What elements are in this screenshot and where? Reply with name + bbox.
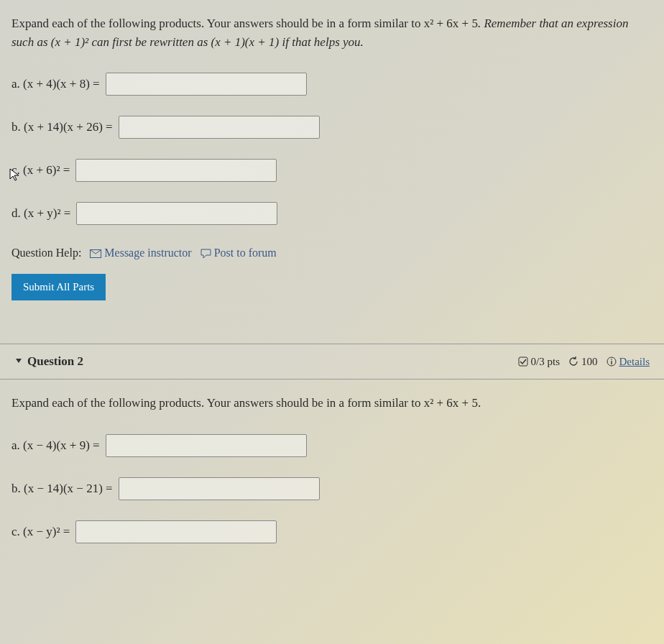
question-help-row: Question Help: Message instructor Post t… (11, 247, 653, 259)
problem-c: c. (x + 6)² = (11, 159, 653, 182)
post-forum-link[interactable]: Post to forum (200, 247, 277, 259)
question-2-header: Question 2 0/3 pts 100 Details (0, 344, 664, 380)
problem-d-label: d. (x + y)² = (11, 206, 70, 221)
instructions-text: can first be rewritten as (88, 35, 211, 49)
question-2-content: Expand each of the following products. Y… (0, 380, 664, 578)
problem-a-label: a. (x + 4)(x + 8) = (11, 77, 100, 91)
svg-rect-1 (519, 357, 527, 366)
problem-a: a. (x + 4)(x + 8) = (11, 73, 653, 96)
problem-b-label: b. (x + 14)(x + 26) = (11, 120, 113, 134)
problem-2b: b. (x − 14)(x − 21) = (11, 477, 653, 500)
cursor-icon (9, 167, 22, 187)
check-icon (518, 356, 528, 367)
question-2-title[interactable]: Question 2 (14, 354, 83, 369)
retries-display: 100 (568, 356, 598, 368)
submit-all-parts-button[interactable]: Submit All Parts (11, 274, 106, 300)
svg-rect-4 (611, 361, 612, 364)
example-expression: (x + 1)(x + 1) (211, 35, 280, 49)
problem-2a-label: a. (x − 4)(x + 9) = (11, 438, 100, 453)
message-instructor-link[interactable]: Message instructor (90, 247, 194, 259)
instructions-text: Expand each of the following products. Y… (11, 17, 424, 30)
svg-point-3 (611, 359, 612, 360)
question-2-instructions: Expand each of the following products. Y… (11, 394, 653, 413)
problem-a-input[interactable] (106, 73, 307, 96)
collapse-icon (14, 354, 23, 369)
problem-c-input[interactable] (75, 159, 277, 182)
chat-icon (200, 249, 211, 259)
problem-d: d. (x + y)² = (11, 202, 653, 225)
details-link-wrapper[interactable]: Details (607, 356, 650, 368)
problem-b: b. (x + 14)(x + 26) = (11, 116, 653, 139)
problem-b-input[interactable] (119, 116, 320, 139)
instructions-text: if that helps you. (279, 35, 364, 49)
problem-d-input[interactable] (76, 202, 277, 225)
question-2-meta: 0/3 pts 100 Details (518, 356, 650, 368)
example-expression: x² + 6x + 5 (424, 396, 478, 410)
problem-2b-input[interactable] (119, 477, 320, 500)
example-expression: x² + 6x + 5 (424, 17, 478, 30)
instructions-text: . (478, 396, 481, 410)
question-1-content: Expand each of the following products. Y… (0, 0, 664, 315)
problem-2a-input[interactable] (106, 434, 307, 457)
mail-icon (90, 249, 101, 258)
problem-2c-label: c. (x − y)² = (11, 525, 70, 539)
problem-2c: c. (x − y)² = (11, 520, 653, 543)
score-display: 0/3 pts (518, 356, 560, 368)
retry-icon (568, 356, 578, 367)
problem-2c-input[interactable] (75, 520, 277, 543)
info-icon (607, 356, 617, 367)
example-expression: (x + 1)² (51, 35, 88, 49)
problem-2b-label: b. (x − 14)(x − 21) = (11, 482, 113, 496)
question-1-instructions: Expand each of the following products. Y… (11, 14, 653, 51)
problem-2a: a. (x − 4)(x + 9) = (11, 434, 653, 457)
help-label: Question Help: (11, 247, 81, 259)
instructions-text: Expand each of the following products. Y… (11, 396, 424, 410)
